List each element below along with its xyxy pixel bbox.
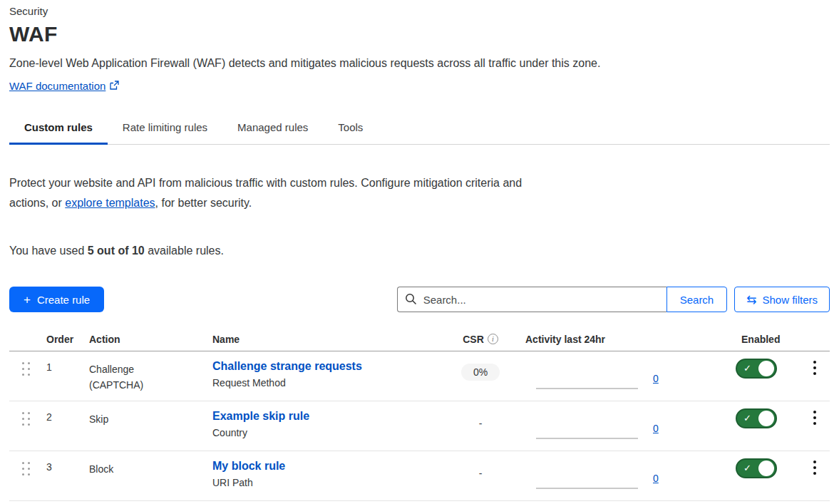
activity-count-link[interactable]: 0	[653, 423, 659, 434]
waf-documentation-label: WAF documentation	[9, 80, 105, 92]
activity-count-link[interactable]: 0	[653, 473, 659, 484]
activity-sparkline	[536, 438, 638, 439]
explore-templates-link[interactable]: explore templates	[65, 197, 155, 209]
show-filters-label: Show filters	[762, 294, 818, 306]
rule-field: URI Path	[212, 477, 448, 488]
rule-field: Country	[212, 427, 448, 438]
table-row: 3 Block My block rule URI Path - 0 ✓	[9, 451, 830, 501]
plus-icon: +	[24, 294, 31, 306]
create-rule-label: Create rule	[37, 294, 90, 306]
enabled-toggle[interactable]: ✓	[736, 408, 777, 428]
rule-name-link[interactable]: Example skip rule	[212, 408, 309, 424]
tab-bar: Custom rules Rate limiting rules Managed…	[9, 114, 830, 145]
rule-field: Request Method	[212, 377, 448, 389]
table-header-row: Order Action Name CSR i Activity last 24…	[9, 327, 830, 351]
search-input[interactable]	[397, 287, 666, 312]
header-enabled: Enabled	[736, 334, 800, 345]
page-title: WAF	[9, 22, 830, 46]
tab-custom-rules[interactable]: Custom rules	[9, 114, 108, 145]
toggle-knob	[758, 461, 774, 476]
page-description: Zone-level Web Application Firewall (WAF…	[9, 57, 830, 70]
search-button[interactable]: Search	[666, 287, 728, 312]
table-row: 1 Challenge (CAPTCHA) Challenge strange …	[9, 351, 830, 401]
csr-value: -	[479, 463, 483, 479]
enabled-toggle[interactable]: ✓	[736, 359, 777, 379]
check-icon: ✓	[743, 463, 751, 473]
csr-badge: 0%	[461, 364, 500, 381]
check-icon: ✓	[743, 363, 751, 374]
check-icon: ✓	[743, 413, 751, 423]
activity-count-link[interactable]: 0	[653, 373, 659, 384]
tab-managed-rules[interactable]: Managed rules	[222, 114, 323, 145]
header-action: Action	[89, 334, 212, 345]
search-widget: Search	[397, 287, 728, 312]
rule-action: Challenge (CAPTCHA)	[89, 351, 212, 401]
csr-value: -	[479, 413, 483, 429]
usage-suffix: available rules.	[145, 245, 224, 257]
rule-order: 3	[46, 451, 89, 500]
search-icon	[405, 293, 417, 308]
usage-summary: You have used 5 out of 10 available rule…	[9, 245, 830, 257]
rule-order: 2	[46, 401, 89, 451]
header-csr-label: CSR	[463, 334, 484, 345]
kebab-menu-icon[interactable]	[808, 351, 822, 375]
kebab-menu-icon[interactable]	[808, 401, 822, 425]
usage-prefix: You have used	[9, 245, 88, 257]
rule-order: 1	[46, 351, 89, 401]
rule-name-link[interactable]: Challenge strange requests	[212, 359, 362, 374]
header-name: Name	[212, 334, 448, 345]
breadcrumb: Security	[9, 0, 830, 17]
activity-sparkline	[536, 388, 638, 389]
usage-count: 5 out of 10	[88, 245, 145, 257]
intro-paragraph: Protect your website and API from malici…	[9, 173, 542, 213]
header-csr: CSR i	[448, 334, 513, 345]
tab-rate-limiting-rules[interactable]: Rate limiting rules	[108, 114, 222, 145]
toggle-knob	[758, 361, 774, 376]
activity-sparkline	[536, 488, 638, 489]
toolbar: + Create rule Search ⇆ Show filt	[9, 287, 830, 312]
drag-handle-icon[interactable]	[22, 462, 46, 475]
tab-tools[interactable]: Tools	[323, 114, 378, 145]
rule-action: Block	[89, 451, 212, 500]
header-order: Order	[46, 334, 89, 345]
enabled-toggle[interactable]: ✓	[736, 458, 777, 478]
swap-arrows-icon: ⇆	[746, 294, 756, 306]
drag-handle-icon[interactable]	[22, 412, 46, 426]
info-icon[interactable]: i	[488, 334, 498, 344]
waf-documentation-link[interactable]: WAF documentation	[9, 80, 119, 92]
table-row: 2 Skip Example skip rule Country - 0 ✓	[9, 401, 830, 451]
drag-handle-icon[interactable]	[22, 362, 46, 376]
toggle-knob	[758, 411, 774, 426]
custom-rules-table: Order Action Name CSR i Activity last 24…	[9, 327, 830, 501]
intro-text-after: , for better security.	[155, 197, 252, 209]
header-activity: Activity last 24hr	[513, 334, 736, 345]
external-link-icon	[110, 80, 119, 92]
waf-page: Security WAF Zone-level Web Application …	[0, 0, 839, 501]
rule-action: Skip	[89, 401, 212, 451]
rule-name-link[interactable]: My block rule	[212, 458, 285, 474]
kebab-menu-icon[interactable]	[808, 451, 822, 475]
show-filters-button[interactable]: ⇆ Show filters	[734, 287, 830, 312]
create-rule-button[interactable]: + Create rule	[9, 287, 104, 312]
